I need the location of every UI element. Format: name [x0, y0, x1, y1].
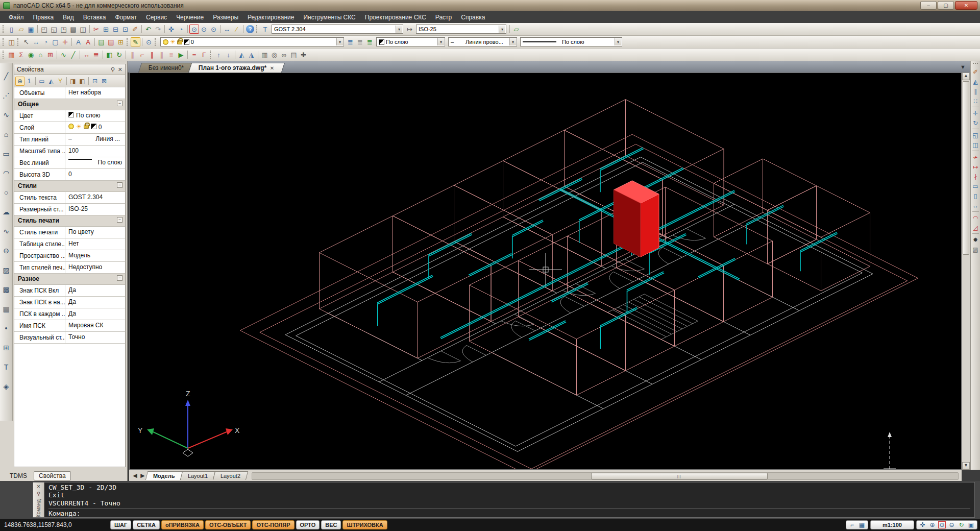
drawing-viewport[interactable]: XYZ: [129, 73, 962, 470]
snap-point-icon[interactable]: ✛: [60, 37, 70, 46]
property-value[interactable]: GOST 2.304: [65, 192, 125, 203]
offset-icon[interactable]: ∥: [971, 86, 980, 96]
hatch-icon[interactable]: ▨: [1, 260, 12, 280]
dock-tab-свойства[interactable]: Свойства: [34, 471, 71, 480]
property-value[interactable]: Мировая СК: [65, 320, 125, 331]
collapse-icon[interactable]: −: [117, 217, 122, 223]
text-style-icon[interactable]: T: [260, 25, 270, 34]
sks-box-icon[interactable]: ▦: [7, 50, 16, 59]
select-rect-icon[interactable]: ▢: [51, 37, 60, 46]
property-value[interactable]: 0: [65, 169, 125, 180]
find-icon[interactable]: ⊙: [144, 37, 154, 46]
sks-3d-icon[interactable]: ◧: [105, 50, 114, 59]
sks-channel-add-icon[interactable]: ∥: [147, 50, 157, 59]
pan-icon[interactable]: ✜: [919, 521, 926, 528]
erase-icon[interactable]: ✐: [130, 25, 140, 34]
copy-icon[interactable]: ⊞: [101, 25, 111, 34]
dim-style-combo[interactable]: ISO-25▾: [416, 25, 506, 34]
dim-style-icon[interactable]: ↦: [405, 25, 414, 34]
select-cycle-icon[interactable]: ◭: [46, 77, 56, 86]
column-remove-icon[interactable]: ▤: [106, 37, 116, 46]
paste-icon[interactable]: ⊟: [111, 25, 120, 34]
property-value[interactable]: ISO-25: [65, 204, 125, 215]
collapse-icon[interactable]: −: [117, 275, 122, 281]
command-history[interactable]: CW_SET_3D - 2D/3DExitVSCURRENT4 - ТочноК…: [44, 482, 974, 517]
menu-item-5[interactable]: Формат: [110, 12, 141, 22]
move-up-icon[interactable]: ↑: [214, 50, 224, 59]
sks-mark-b-icon[interactable]: ◮: [247, 50, 256, 59]
sks-profile-icon[interactable]: Г: [199, 50, 209, 59]
table-icon[interactable]: ⊞: [1, 338, 12, 357]
sks-channel-icon[interactable]: ∥: [128, 50, 137, 59]
dock-tab-tdms[interactable]: TDMS: [5, 472, 32, 480]
dim-remove-icon[interactable]: A: [83, 37, 93, 46]
batch-plot-icon[interactable]: ▤: [68, 25, 78, 34]
close-icon[interactable]: ✕: [118, 66, 122, 73]
tab-scroll-left-icon[interactable]: ◀: [131, 472, 139, 479]
collapse-icon[interactable]: −: [117, 182, 122, 188]
status-toggle-штриховка[interactable]: ШТРИХОВКА: [342, 520, 387, 529]
property-value[interactable]: ☀0: [65, 122, 125, 133]
notepad-icon[interactable]: ✎: [131, 37, 140, 46]
fillet-icon[interactable]: ◠: [971, 213, 980, 223]
layer-states-icon[interactable]: ≣: [365, 37, 375, 46]
menu-item-1[interactable]: Файл: [4, 12, 29, 22]
layers-icon[interactable]: ≣: [346, 37, 355, 46]
zoom-out-icon[interactable]: ⊖: [948, 521, 955, 528]
zoom-dynamic-icon[interactable]: ⊙: [199, 25, 209, 34]
polyline-icon[interactable]: ∿: [1, 105, 12, 125]
menu-item-11[interactable]: Проектирование СКС: [360, 12, 431, 22]
ray-icon[interactable]: ⋰: [1, 86, 12, 105]
ellipse-icon[interactable]: ⊖: [1, 241, 12, 260]
mirror-icon[interactable]: ◭: [971, 77, 980, 86]
menu-item-4[interactable]: Вставка: [79, 12, 111, 22]
color-combo[interactable]: По слою ▾: [376, 37, 445, 46]
grid-display-icon[interactable]: ▦: [858, 521, 866, 528]
zoom-window-icon[interactable]: ⊙: [938, 521, 946, 528]
tab-list-button[interactable]: ▼: [960, 64, 966, 70]
plot-preview-icon[interactable]: ◱: [49, 25, 59, 34]
copy-props-from-icon[interactable]: ◨: [68, 77, 78, 86]
spline-icon[interactable]: ∿: [1, 222, 12, 241]
maximize-button[interactable]: ▢: [938, 1, 954, 10]
scale-icon[interactable]: ◱: [971, 130, 980, 140]
measure-icon[interactable]: ⁄: [232, 25, 241, 34]
property-value[interactable]: По слою: [65, 157, 125, 168]
sks-tools-icon[interactable]: ✚: [299, 50, 308, 59]
angle-icon[interactable]: ◔: [41, 37, 51, 46]
cad-drawing[interactable]: XYZ: [130, 73, 961, 469]
gradient-icon[interactable]: ▩: [1, 280, 12, 299]
sks-list-icon[interactable]: ≣: [91, 50, 101, 59]
polygon-icon[interactable]: ⌂: [1, 125, 12, 144]
menu-item-8[interactable]: Размеры: [208, 12, 243, 22]
property-value[interactable]: Недоступно: [65, 262, 125, 273]
menu-item-10[interactable]: Инструменты СКС: [299, 12, 360, 22]
status-toggle-сетка[interactable]: СЕТКА: [133, 520, 160, 529]
property-value[interactable]: Да: [65, 297, 125, 308]
layout-tab-модель[interactable]: Модель: [145, 471, 183, 480]
layout-tab-layout1[interactable]: Layout1: [180, 471, 215, 480]
sheet-settings-icon[interactable]: ◰: [39, 25, 49, 34]
extend-icon[interactable]: ↦: [971, 162, 980, 172]
property-value[interactable]: Нет набора: [65, 87, 125, 99]
menu-item-2[interactable]: Правка: [29, 12, 59, 22]
status-toggle-отс-поляр[interactable]: ОТС-ПОЛЯР: [252, 520, 294, 529]
status-toggle-отс-объект[interactable]: ОТС-ОБЪЕКТ: [205, 520, 251, 529]
break-icon[interactable]: ∤: [971, 172, 980, 181]
sks-line-icon[interactable]: ╱: [68, 50, 78, 59]
pan-icon[interactable]: ✜: [166, 25, 176, 34]
erase-icon[interactable]: ✐: [971, 67, 980, 77]
copy-props-to-icon[interactable]: ◧: [78, 77, 87, 86]
visual-style-icon[interactable]: ⌐: [848, 521, 856, 528]
sks-channel-del-icon[interactable]: ∥: [157, 50, 166, 59]
copy-object-icon[interactable]: ◫: [971, 140, 980, 150]
property-value[interactable]: Нет: [65, 238, 125, 250]
status-toggle-вес[interactable]: ВЕС: [321, 520, 341, 529]
zoom-extents-icon[interactable]: ↔: [222, 25, 232, 34]
select-rect-icon[interactable]: ▭: [37, 77, 46, 86]
measure-distance-icon[interactable]: ↔: [31, 37, 41, 46]
arc-icon[interactable]: ◠: [1, 163, 12, 183]
line-icon[interactable]: ╱: [1, 66, 12, 86]
sks-port-icon[interactable]: ⌂: [36, 50, 45, 59]
menu-item-9[interactable]: Редактирование: [243, 12, 299, 22]
